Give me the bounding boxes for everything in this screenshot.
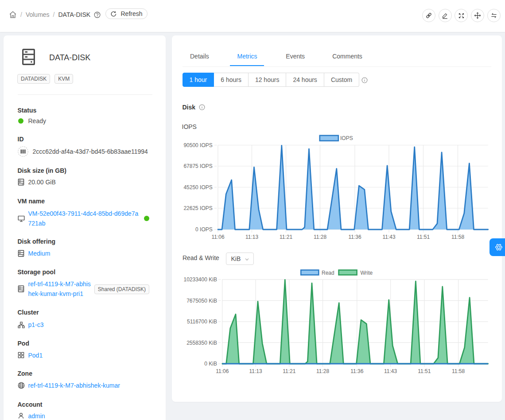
svg-text:11:13: 11:13 (249, 368, 262, 374)
svg-text:11:58: 11:58 (451, 234, 464, 240)
svg-text:11:21: 11:21 (283, 368, 295, 374)
svg-text:5116700 KiB: 5116700 KiB (187, 319, 217, 325)
svg-text:0 IOPS: 0 IOPS (195, 226, 213, 233)
svg-text:11:28: 11:28 (316, 368, 329, 374)
svg-text:11:06: 11:06 (211, 234, 224, 240)
svg-text:11:28: 11:28 (313, 234, 326, 240)
svg-text:11:51: 11:51 (418, 368, 431, 374)
svg-text:IOPS: IOPS (340, 135, 353, 141)
svg-text:10233400 KiB: 10233400 KiB (183, 276, 217, 283)
svg-text:22625 IOPS: 22625 IOPS (183, 205, 212, 211)
svg-text:11:43: 11:43 (382, 234, 395, 240)
svg-text:Read: Read (322, 270, 334, 276)
svg-text:90500 IOPS: 90500 IOPS (183, 142, 212, 148)
svg-text:2558350 KiB: 2558350 KiB (186, 340, 217, 346)
svg-text:0 KiB: 0 KiB (204, 361, 217, 367)
svg-text:11:06: 11:06 (216, 368, 229, 374)
svg-text:11:21: 11:21 (279, 234, 292, 240)
svg-text:7675050 KiB: 7675050 KiB (186, 298, 217, 304)
svg-text:11:13: 11:13 (245, 234, 258, 240)
svg-text:11:58: 11:58 (452, 368, 465, 374)
svg-text:11:43: 11:43 (384, 368, 397, 374)
svg-text:11:36: 11:36 (350, 368, 363, 374)
svg-text:11:51: 11:51 (416, 234, 429, 240)
svg-text:Write: Write (360, 270, 373, 276)
svg-text:45250 IOPS: 45250 IOPS (183, 184, 212, 191)
svg-text:67875 IOPS: 67875 IOPS (183, 163, 212, 169)
svg-text:11:36: 11:36 (348, 234, 361, 240)
